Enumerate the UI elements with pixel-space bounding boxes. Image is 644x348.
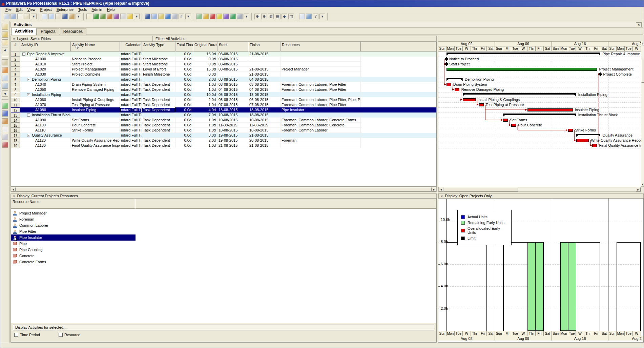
progress-spotlight-icon[interactable]: [203, 14, 209, 19]
trace-logic-icon[interactable]: [120, 14, 126, 19]
horizontal-split-icon[interactable]: ▤: [275, 14, 281, 19]
day-header[interactable]: Sun: [608, 331, 617, 336]
day-header[interactable]: Fri: [536, 46, 544, 52]
scroll-left-icon[interactable]: ◀: [11, 187, 16, 191]
resources-person-icon[interactable]: [2, 67, 8, 73]
dropdown-icon[interactable]: ▾: [319, 14, 325, 19]
scrollbar-thumb[interactable]: [16, 187, 432, 191]
dropdown-icon[interactable]: ▾: [185, 14, 191, 19]
activity-row[interactable]: 2A1000Notice to Proceedndard Full TimeSt…: [11, 57, 436, 62]
day-header[interactable]: Thr: [584, 46, 592, 52]
day-header[interactable]: Sun: [438, 331, 446, 336]
tab-projects[interactable]: Projects: [37, 28, 59, 35]
assignments-icon[interactable]: [2, 118, 8, 124]
timescale-days[interactable]: SunMonTueWThrFriSatSunMTueWThrFriSatSunM…: [438, 46, 641, 52]
activity-row[interactable]: 17−Quality Assurancendard Full Time0.0d3…: [11, 133, 436, 138]
bar-chart-icon[interactable]: [100, 14, 106, 19]
layout-open-icon[interactable]: [158, 14, 164, 19]
search-icon[interactable]: [24, 14, 30, 19]
menu-view[interactable]: View: [25, 7, 38, 12]
timescale-weeks[interactable]: Aug 02Aug 09Aug 16Aug 2: [438, 336, 644, 341]
resource-row[interactable]: Concrete: [11, 253, 436, 259]
day-header[interactable]: Sun: [552, 331, 560, 336]
resource-row[interactable]: Pipe Coupling: [11, 247, 436, 253]
group-band-icon[interactable]: [172, 14, 178, 19]
day-header[interactable]: Fri: [479, 46, 487, 52]
projects-folder-icon[interactable]: [2, 59, 8, 65]
day-header[interactable]: Tue: [511, 46, 519, 52]
day-header[interactable]: Sun: [438, 46, 446, 52]
column-header-total-float[interactable]: Total Float: [175, 42, 193, 52]
print-preview-icon[interactable]: [11, 14, 16, 19]
risks-icon[interactable]: [2, 142, 8, 148]
collapse-icon[interactable]: −: [27, 78, 30, 81]
tooltip-icon[interactable]: [299, 14, 305, 19]
resource-row[interactable]: Foreman: [11, 216, 436, 222]
text-report-icon[interactable]: [86, 14, 92, 19]
menu-project[interactable]: Project: [38, 7, 54, 12]
scroll-left2-icon[interactable]: ◀: [2, 90, 8, 97]
gantt-task-bar[interactable]: [446, 68, 597, 71]
activity-details-icon[interactable]: [237, 14, 243, 19]
scroll-left-icon[interactable]: ◀: [2, 47, 8, 53]
day-header[interactable]: Mon: [560, 46, 568, 52]
select-tool-icon[interactable]: [62, 14, 68, 19]
menu-enterprise[interactable]: Enterprise: [54, 7, 76, 12]
schedule-icon[interactable]: [196, 14, 202, 19]
gantt-task-bar[interactable]: [592, 144, 597, 147]
scroll-right-icon[interactable]: ▶: [432, 187, 436, 191]
column-header-calendar[interactable]: Calendar: [120, 42, 142, 52]
resource-row[interactable]: Pipe: [11, 241, 436, 247]
gantt-milestone[interactable]: [599, 72, 602, 76]
activity-row[interactable]: 18A1120Write Quality Assurance Reportnda…: [11, 138, 436, 143]
day-header[interactable]: Mon: [617, 331, 625, 336]
timescale-icon[interactable]: [69, 14, 75, 19]
scroll-right-icon[interactable]: ▶: [636, 187, 641, 191]
cut-icon[interactable]: [55, 14, 61, 19]
expenses-icon[interactable]: [2, 134, 8, 140]
checkbox-box[interactable]: [14, 333, 18, 337]
table-view-icon[interactable]: [42, 14, 47, 19]
day-header[interactable]: Thr: [527, 46, 536, 52]
activity-row[interactable]: 15A1100Pour Concretendard Full TimeTask …: [11, 123, 436, 128]
menu-admin[interactable]: Admin: [89, 7, 104, 12]
week-header[interactable]: Aug 02: [438, 336, 495, 341]
menu-help[interactable]: Help: [105, 7, 117, 12]
new-document-icon[interactable]: [17, 14, 23, 19]
activity-row[interactable]: 8A1050Remove Damaged Pipingndard Full Ti…: [11, 87, 436, 92]
day-header[interactable]: W: [633, 46, 641, 52]
week-header[interactable]: Aug 09: [495, 336, 552, 341]
resources-icon[interactable]: [216, 14, 222, 19]
timescale-days[interactable]: SunMonTueWThrFriSatSunMTueWThrFriSatSunM…: [438, 331, 644, 336]
gantt-task-bar[interactable]: [479, 103, 484, 106]
activity-row[interactable]: 13−Installation Thrust Blockndard Full T…: [11, 112, 436, 118]
activity-row[interactable]: 12A1080Insulate Pipingndard Full TimeTas…: [11, 107, 436, 112]
scroll-left-icon[interactable]: ◀: [439, 187, 443, 191]
tracking-icon[interactable]: [2, 83, 8, 89]
scrollbar-track[interactable]: [518, 187, 636, 191]
layout-view-icon[interactable]: [48, 14, 54, 19]
checkbox-resource[interactable]: Resource: [59, 333, 80, 337]
activity-row[interactable]: 4A1020Project Managementndard Full TimeL…: [11, 67, 436, 72]
checkbox-time-period[interactable]: Time Period: [14, 333, 40, 337]
week-header[interactable]: Aug 16: [552, 336, 608, 341]
activity-row[interactable]: 10A1060Install Piping & Couplingsndard F…: [11, 97, 436, 102]
day-header[interactable]: Tue: [455, 331, 463, 336]
column-header-activity-type[interactable]: Activity Type: [142, 42, 175, 52]
day-header[interactable]: Thr: [471, 46, 479, 52]
histogram-options-bar[interactable]: ∨Display: Open Projects Only: [438, 193, 644, 198]
relationship-lines-icon[interactable]: [210, 14, 215, 19]
close-icon[interactable]: ×: [636, 22, 642, 27]
dropdown-icon[interactable]: ▾: [244, 14, 249, 19]
assign-resources-icon[interactable]: [230, 14, 236, 19]
day-header[interactable]: Sat: [544, 331, 552, 336]
print-icon[interactable]: [4, 14, 9, 19]
collapse-all-icon[interactable]: ◆: [282, 14, 287, 19]
day-header[interactable]: W: [633, 331, 641, 336]
week-header[interactable]: Aug 09: [495, 42, 552, 46]
day-header[interactable]: Sat: [600, 331, 608, 336]
gantt-summary-bar[interactable]: [446, 53, 600, 56]
week-header[interactable]: Aug 2: [608, 42, 641, 46]
gantt-summary-bar[interactable]: [446, 78, 463, 81]
scroll-up-icon[interactable]: ▲: [641, 42, 644, 45]
